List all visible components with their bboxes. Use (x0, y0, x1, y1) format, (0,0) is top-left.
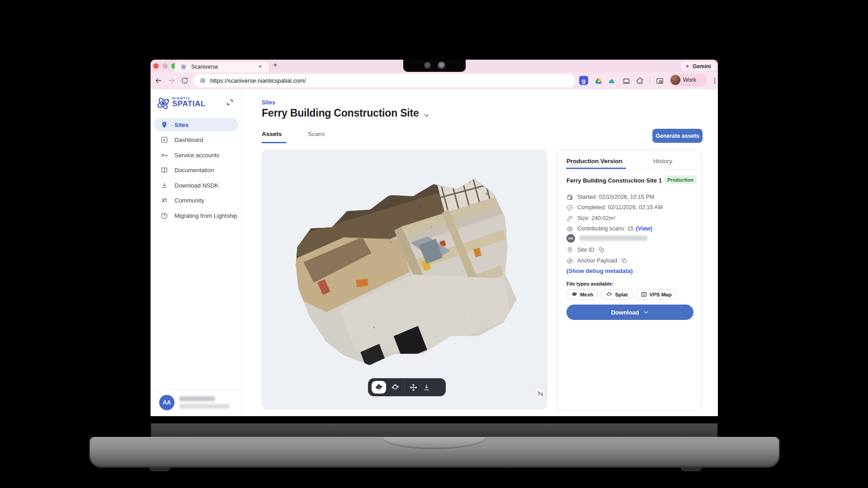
show-debug-metadata-link[interactable]: (Show debug metadata) (566, 267, 633, 274)
window-close-button[interactable] (153, 63, 159, 69)
extensions-puzzle-icon[interactable] (636, 77, 644, 85)
panel-tabs-divider (557, 170, 702, 170)
calendar-icon (566, 194, 573, 201)
sidebar-item-dashboard[interactable]: Dashboard (154, 133, 238, 147)
sidebar-item-sites[interactable]: Sites (154, 118, 238, 131)
completed-text: Completed: 02/11/2026, 02:15 AM (577, 204, 663, 211)
move-tool-icon[interactable] (409, 383, 418, 392)
splat-view-button[interactable] (391, 383, 400, 392)
mesh-teapot-icon (571, 291, 578, 298)
toolbar-divider (650, 77, 650, 84)
url-text: https://scaniverse.nianticspatial.com/ (210, 77, 306, 84)
site-icon (199, 77, 206, 84)
asset-title: Ferry Building Construction Site 1 (566, 177, 662, 184)
sidebar-item-label: Download NSDK (175, 182, 219, 189)
sidebar-nav: Sites Dashboard Service accounts (154, 118, 238, 224)
tab-close-icon[interactable]: ✕ (258, 64, 262, 70)
viewer-card[interactable] (262, 150, 547, 409)
pin-outline-icon (566, 247, 573, 253)
niantic-atom-logo (156, 96, 170, 111)
chip-label: VPS Map (650, 292, 672, 297)
browser-profile-chip[interactable]: Work (669, 74, 708, 86)
site-switcher-chevron-icon[interactable] (423, 112, 430, 119)
ruler-icon (566, 215, 573, 222)
north-indicator-off-button[interactable] (535, 388, 546, 399)
sidebar-item-community[interactable]: Community (154, 194, 238, 207)
sidebar: NIANTIC SPATIAL Sites (151, 89, 242, 416)
viewer-toolbar-divider (404, 382, 405, 393)
generate-assets-button[interactable]: Generate assets (652, 129, 703, 143)
map-icon (641, 291, 647, 298)
toolbar-divider (666, 77, 666, 84)
chip-vps-map: VPS Map (636, 289, 676, 300)
sidebar-item-download-nsdk[interactable]: Download NSDK (154, 178, 238, 192)
production-tab-underline (566, 168, 626, 169)
sidebar-item-label: Migrating from Lightship (175, 212, 237, 219)
copy-anchor-payload-icon[interactable] (621, 258, 627, 264)
dashboard-icon (160, 136, 168, 144)
kebab-menu-icon[interactable] (711, 77, 718, 85)
size-row: Size: 240.02m² (566, 214, 615, 222)
laptop-camera-notch (403, 60, 466, 72)
sidebar-item-migrating[interactable]: Migrating from Lightship (154, 209, 238, 222)
assets-tab-underline (261, 142, 287, 143)
tab-scans[interactable]: Scans (308, 131, 325, 137)
site-3d-scan[interactable] (264, 155, 545, 390)
tab-title: Scaniverse (191, 64, 218, 70)
back-icon[interactable] (154, 76, 163, 85)
tab-history[interactable]: History (653, 158, 672, 164)
profile-label: Work (683, 77, 696, 83)
mesh-view-button[interactable] (372, 381, 386, 394)
sidebar-item-service-accounts[interactable]: Service accounts (154, 148, 238, 162)
owner-row: AA (566, 234, 648, 242)
teapot-mesh-icon (374, 383, 383, 392)
sidebar-user[interactable]: AA (159, 395, 230, 410)
cloud-extension-icon[interactable] (608, 78, 616, 84)
extension-g-icon[interactable]: g (579, 76, 588, 85)
tab-production-version[interactable]: Production Version (566, 158, 623, 164)
window-minimize-button[interactable] (162, 63, 168, 69)
forward-icon[interactable] (167, 76, 176, 85)
sidebar-item-label: Documentation (175, 167, 214, 174)
people-icon (160, 197, 168, 204)
viewer-download-icon[interactable] (422, 383, 431, 392)
laptop-extension-icon[interactable] (622, 77, 631, 85)
reload-icon[interactable] (180, 76, 189, 85)
download-button[interactable]: Download (566, 305, 693, 320)
viewer-toolbar (368, 378, 446, 396)
gemini-badge[interactable]: Gemini (681, 61, 717, 71)
map-pin-icon (160, 121, 168, 129)
browser-toolbar: https://scaniverse.nianticspatial.com/ g (151, 72, 718, 89)
new-tab-button[interactable]: + (273, 61, 277, 69)
collapse-sidebar-icon[interactable] (226, 99, 233, 106)
completed-row: Completed: 02/11/2026, 02:15 AM (566, 203, 663, 211)
browser-tab-active[interactable]: Scaniverse ✕ (175, 61, 269, 72)
sidebar-item-label: Sites (175, 122, 189, 128)
user-email-redacted (179, 404, 230, 408)
app-content: NIANTIC SPATIAL Sites (151, 89, 718, 416)
sidebar-item-label: Community (175, 197, 204, 204)
view-scans-link[interactable]: (View) (636, 225, 652, 232)
page-title: Ferry Building Construction Site (262, 107, 419, 119)
tab-search-icon[interactable] (656, 77, 664, 85)
main-area: Sites Ferry Building Construction Site A… (242, 89, 718, 416)
started-text: Started: 02/10/2026, 10:15 PM (577, 194, 654, 200)
book-icon (160, 166, 168, 174)
download-label: Download (611, 309, 639, 316)
tab-assets[interactable]: Assets (262, 131, 282, 137)
tab-favicon-atom-icon (180, 64, 187, 70)
file-type-chips: Mesh Splat (566, 289, 676, 300)
camera-lens (438, 61, 445, 69)
copy-site-id-icon[interactable] (599, 247, 605, 253)
sidebar-item-documentation[interactable]: Documentation (154, 164, 238, 177)
compass-icon (566, 258, 573, 264)
breadcrumb[interactable]: Sites (262, 99, 275, 106)
download-chevron-icon (643, 309, 649, 315)
laptop-hinge (151, 423, 717, 437)
address-bar[interactable]: https://scaniverse.nianticspatial.com/ (193, 74, 575, 87)
scans-icon (566, 225, 573, 232)
google-drive-icon[interactable] (594, 77, 603, 85)
chip-splat: Splat (601, 289, 632, 300)
owner-avatar: AA (566, 234, 575, 243)
north-off-icon (537, 390, 544, 397)
